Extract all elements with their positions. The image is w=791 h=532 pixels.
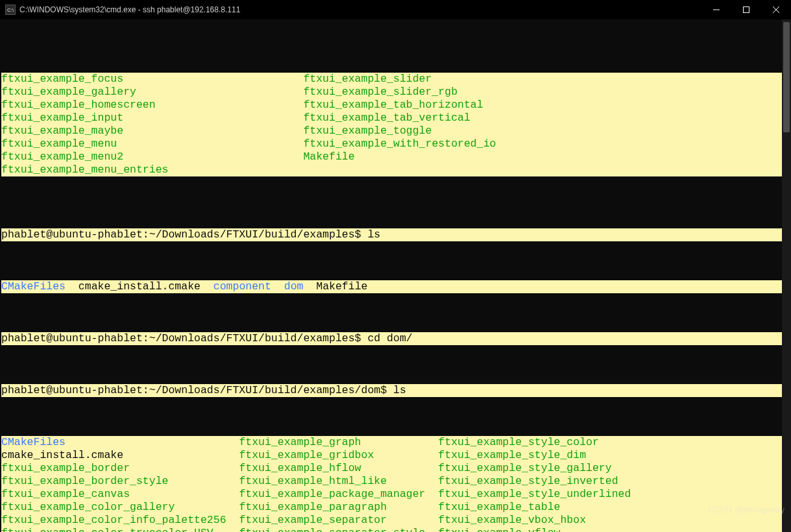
- listing-row: ftxui_example_gallery ftxui_example_slid…: [1, 86, 782, 99]
- listing-row: CMakeFiles ftxui_example_graph ftxui_exa…: [1, 436, 782, 449]
- listing-row: ftxui_example_homescreen ftxui_example_t…: [1, 99, 782, 112]
- prompt-line: phablet@ubuntu-phablet:~/Downloads/FTXUI…: [1, 228, 782, 241]
- listing-row: cmake_install.cmake ftxui_example_gridbo…: [1, 449, 782, 462]
- listing-row: ftxui_example_canvas ftxui_example_packa…: [1, 488, 782, 501]
- listing-row: ftxui_example_color_gallery ftxui_exampl…: [1, 501, 782, 514]
- window-titlebar: C:\ C:\WINDOWS\system32\cmd.exe - ssh ph…: [0, 0, 791, 19]
- listing-row: ftxui_example_color_info_palette256 ftxu…: [1, 514, 782, 527]
- ls-output-line: CMakeFiles cmake_install.cmake component…: [1, 280, 782, 293]
- close-button[interactable]: [761, 0, 791, 19]
- listing-row: ftxui_example_input ftxui_example_tab_ve…: [1, 112, 782, 125]
- listing-row: ftxui_example_border ftxui_example_hflow…: [1, 462, 782, 475]
- listing-row: ftxui_example_border_style ftxui_example…: [1, 475, 782, 488]
- listing-row: ftxui_example_menu ftxui_example_with_re…: [1, 138, 782, 151]
- minimize-button[interactable]: [701, 0, 731, 19]
- prompt-line: phablet@ubuntu-phablet:~/Downloads/FTXUI…: [1, 332, 782, 345]
- maximize-button[interactable]: [731, 0, 761, 19]
- svg-rect-1: [744, 7, 749, 13]
- terminal-viewport[interactable]: ftxui_example_focus ftxui_example_slider…: [0, 19, 791, 532]
- listing-row: ftxui_example_focus ftxui_example_slider: [1, 73, 782, 86]
- window-title: C:\WINDOWS\system32\cmd.exe - ssh phable…: [19, 5, 240, 14]
- listing-row: ftxui_example_menu_entries: [1, 163, 782, 176]
- scrollbar-thumb[interactable]: [783, 22, 790, 132]
- terminal-content: ftxui_example_focus ftxui_example_slider…: [0, 19, 782, 532]
- listing-row: ftxui_example_menu2 Makefile: [1, 151, 782, 163]
- listing-row: ftxui_example_maybe ftxui_example_toggle: [1, 125, 782, 138]
- scrollbar-vertical[interactable]: [782, 19, 791, 532]
- prompt-line: phablet@ubuntu-phablet:~/Downloads/FTXUI…: [1, 384, 782, 397]
- listing-row: ftxui_example_color_truecolor_HSV ftxui_…: [1, 527, 782, 532]
- cmd-icon: C:\: [5, 5, 16, 15]
